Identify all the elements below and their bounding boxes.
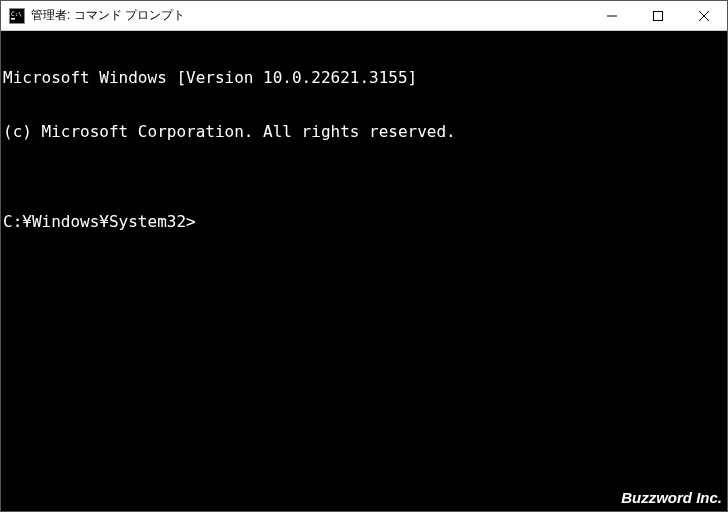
prompt-line: C:¥Windows¥System32> xyxy=(3,213,727,231)
titlebar[interactable]: C:\ 管理者: コマンド プロンプト xyxy=(1,1,727,31)
prompt-text: C:¥Windows¥System32> xyxy=(3,213,196,231)
cursor xyxy=(196,213,204,229)
terminal-output-line: (c) Microsoft Corporation. All rights re… xyxy=(3,123,727,141)
maximize-button[interactable] xyxy=(635,1,681,30)
watermark: Buzzword Inc. xyxy=(621,489,722,506)
svg-rect-3 xyxy=(11,18,15,20)
command-prompt-window: C:\ 管理者: コマンド プロンプト Microsoft Windows [V… xyxy=(0,0,728,512)
cmd-icon: C:\ xyxy=(9,8,25,24)
window-title: 管理者: コマンド プロンプト xyxy=(31,7,589,24)
terminal-area[interactable]: Microsoft Windows [Version 10.0.22621.31… xyxy=(1,31,727,511)
close-button[interactable] xyxy=(681,1,727,30)
window-controls xyxy=(589,1,727,30)
minimize-button[interactable] xyxy=(589,1,635,30)
svg-text:C:\: C:\ xyxy=(11,10,22,17)
svg-rect-5 xyxy=(654,11,663,20)
terminal-output-line: Microsoft Windows [Version 10.0.22621.31… xyxy=(3,69,727,87)
